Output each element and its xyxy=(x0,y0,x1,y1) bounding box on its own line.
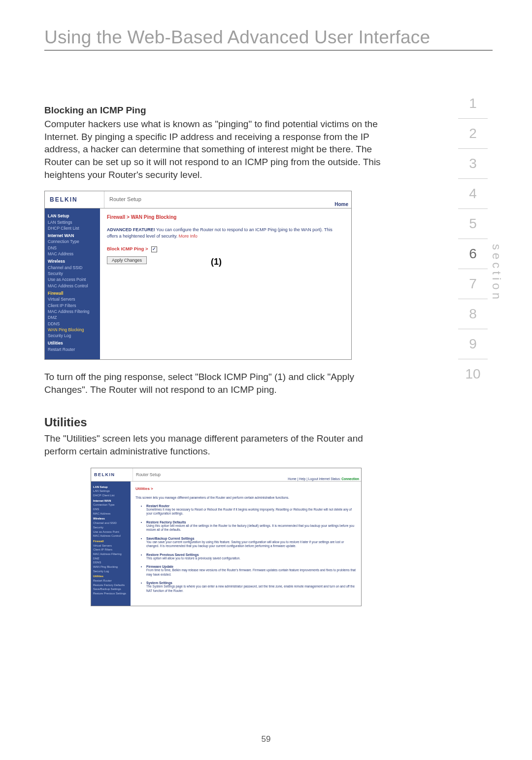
adv-label: ADVANCED FEATURE! xyxy=(107,227,155,232)
util-link[interactable]: System Settings xyxy=(146,581,172,585)
util-link[interactable]: Restore Previous Saved Settings xyxy=(146,553,199,556)
section-num: 7 xyxy=(458,269,488,299)
section-nav: 1 2 3 4 5 6 7 8 9 10 xyxy=(458,89,488,389)
utilities-paragraph: The "Utilities" screen lets you manage d… xyxy=(44,432,384,457)
nav-group: Utilities xyxy=(48,340,97,346)
blocking-icmp-heading: Blocking an ICMP Ping xyxy=(44,105,384,116)
router-sidebar: LAN Setup LAN Settings DHCP Client List … xyxy=(91,482,131,606)
block-icmp-checkbox[interactable]: ✓ xyxy=(151,246,157,252)
nav-item[interactable]: Security Log xyxy=(48,333,97,339)
nav-item[interactable]: Security Log xyxy=(93,569,129,574)
belkin-logo: BELKIN xyxy=(91,468,133,481)
nav-group: Wireless xyxy=(48,258,97,264)
utilities-intro: This screen lets you manage different pa… xyxy=(135,496,356,499)
router-sidebar: LAN Setup LAN Settings DHCP Client List … xyxy=(45,208,100,359)
util-link[interactable]: Save/Backup Current Settings xyxy=(146,537,194,540)
section-num-active: 6 xyxy=(458,239,488,269)
nav-item[interactable]: DMZ xyxy=(48,314,97,320)
nav-item[interactable]: Client IP Filters xyxy=(48,303,97,309)
nav-item[interactable]: MAC Address Control xyxy=(48,283,97,289)
nav-group-firewall: Firewall xyxy=(93,539,129,544)
breadcrumb: Utilities > xyxy=(135,486,356,491)
apply-changes-button[interactable]: Apply Changes xyxy=(107,256,147,264)
top-links-text[interactable]: Home | Help | Logout Internet Status: xyxy=(288,477,341,481)
list-item: Firmware UpdateFrom time to time, Belkin… xyxy=(146,565,356,577)
nav-item[interactable]: MAC Address Filtering xyxy=(48,309,97,314)
nav-item[interactable]: Use as Access Point xyxy=(48,276,97,282)
section-num: 9 xyxy=(458,329,488,359)
nav-item-active[interactable]: WAN Ping Blocking xyxy=(48,327,97,333)
list-item: Restore Factory DefaultsUsing this optio… xyxy=(146,520,356,532)
nav-item[interactable]: DDNS xyxy=(48,321,97,327)
nav-item[interactable]: Connection Type xyxy=(48,239,97,244)
nav-item[interactable]: DDNS xyxy=(93,560,129,565)
nav-item[interactable]: Security xyxy=(93,525,129,530)
nav-item[interactable]: Restore Previous Settings xyxy=(93,591,129,596)
util-desc: Using this option will restore all of th… xyxy=(146,524,354,532)
nav-item[interactable]: Restart Router xyxy=(48,346,97,352)
nav-item[interactable]: Virtual Servers xyxy=(93,544,129,548)
nav-item[interactable]: WAN Ping Blocking xyxy=(93,565,129,569)
list-item: System SettingsThe System Settings page … xyxy=(146,581,356,593)
nav-group: LAN Setup xyxy=(48,213,97,219)
section-num: 2 xyxy=(458,119,488,149)
list-item: Restore Previous Saved SettingsThis opti… xyxy=(146,553,356,561)
section-num: 5 xyxy=(458,209,488,239)
callout-1: (1) xyxy=(211,257,222,267)
nav-item[interactable]: Security xyxy=(48,271,97,276)
nav-group: LAN Setup xyxy=(93,485,129,489)
util-link[interactable]: Restart Router xyxy=(146,504,169,508)
router-setup-title: Router Setup Home xyxy=(104,191,351,208)
screenshot-wan-ping: BELKIN Router Setup Home LAN Setup LAN S… xyxy=(44,191,352,360)
nav-item[interactable]: Channel and SSID xyxy=(93,521,129,525)
nav-item[interactable]: DMZ xyxy=(93,556,129,561)
nav-group: Internet WAN xyxy=(48,233,97,239)
screenshot-utilities: BELKIN Router Setup Home | Help | Logout… xyxy=(91,468,362,606)
page-title: Using the Web-Based Advanced User Interf… xyxy=(44,27,493,48)
nav-item[interactable]: Connection Type xyxy=(93,503,129,507)
util-desc: The System Settings page is where you ca… xyxy=(146,585,355,592)
nav-item[interactable]: LAN Settings xyxy=(93,489,129,493)
utilities-heading: Utilities xyxy=(44,415,384,429)
util-desc: Sometimes it may be necessary to Reset o… xyxy=(146,508,352,516)
nav-item[interactable]: Channel and SSID xyxy=(48,265,97,271)
util-desc: You can save your current configuration … xyxy=(146,540,344,548)
more-info-link[interactable]: More Info xyxy=(179,234,198,239)
nav-item[interactable]: MAC Address Filtering xyxy=(93,552,129,556)
util-link[interactable]: Restore Factory Defaults xyxy=(146,520,186,524)
section-num: 10 xyxy=(458,359,488,389)
home-link[interactable]: Home xyxy=(334,202,348,207)
after-shot-text: To turn off the ping response, select "B… xyxy=(44,371,384,396)
section-label: section xyxy=(490,244,503,302)
nav-item[interactable]: DHCP Client List xyxy=(48,225,97,231)
nav-group-utilities: Utilities xyxy=(93,574,129,579)
util-desc: This option will allow you to restore a … xyxy=(146,556,240,560)
nav-item[interactable]: Use as Access Point xyxy=(93,530,129,534)
nav-item[interactable]: MAC Address Control xyxy=(93,534,129,538)
nav-item[interactable]: Restore Factory Defaults xyxy=(93,583,129,587)
internet-status: Connection xyxy=(341,477,359,481)
nav-item[interactable]: Restart Router xyxy=(93,579,129,583)
nav-item[interactable]: LAN Settings xyxy=(48,219,97,225)
belkin-logo: BELKIN xyxy=(45,191,104,208)
nav-item[interactable]: MAC Address xyxy=(93,512,129,516)
nav-item[interactable]: Virtual Servers xyxy=(48,296,97,302)
page-number: 59 xyxy=(262,734,271,744)
nav-item[interactable]: DHCP Client List xyxy=(93,493,129,498)
nav-item[interactable]: DNS xyxy=(93,507,129,512)
util-desc: From time to time, Belkin may release ne… xyxy=(146,568,356,576)
advanced-feature-text: ADVANCED FEATURE! You can configure the … xyxy=(107,227,344,239)
nav-item[interactable]: DNS xyxy=(48,245,97,251)
nav-group: Wireless xyxy=(93,517,129,521)
router-setup-label: Router Setup xyxy=(136,472,161,477)
block-icmp-row: Block ICMP Ping > ✓ xyxy=(107,246,344,252)
utilities-list: Restart RouterSometimes it may be necess… xyxy=(135,504,356,593)
util-link[interactable]: Firmware Update xyxy=(146,565,173,568)
breadcrumb: Firewall > WAN Ping Blocking xyxy=(107,214,344,220)
block-icmp-label: Block ICMP Ping > xyxy=(107,246,148,251)
nav-group: Internet WAN xyxy=(93,499,129,503)
nav-item[interactable]: MAC Address xyxy=(48,251,97,257)
nav-item[interactable]: Save/Backup Settings xyxy=(93,587,129,591)
nav-item[interactable]: Client IP Filters xyxy=(93,548,129,552)
section-num: 4 xyxy=(458,179,488,209)
